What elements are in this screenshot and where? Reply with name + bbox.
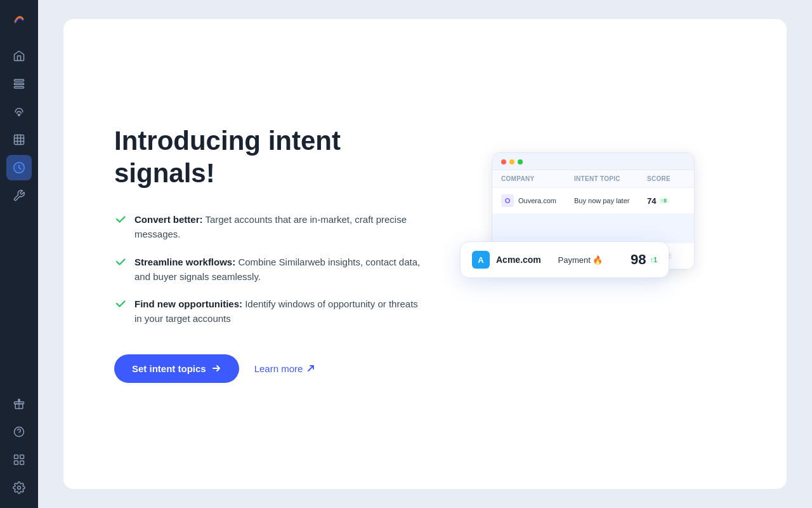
- sidebar-item-tools[interactable]: [6, 183, 32, 208]
- main-heading: Introducing intent signals!: [114, 125, 425, 189]
- col-company: Company: [501, 175, 574, 182]
- dot-red: [501, 159, 506, 164]
- intent-ouvera: Buy now pay later: [574, 197, 647, 204]
- svg-point-12: [15, 427, 24, 437]
- sidebar: [0, 0, 38, 508]
- acme-score: 98 ↑1: [613, 251, 657, 268]
- svg-rect-1: [15, 79, 24, 81]
- content-left: Introducing intent signals! Convert bett…: [114, 125, 425, 382]
- intro-card: Introducing intent signals! Convert bett…: [63, 19, 787, 489]
- svg-rect-17: [20, 461, 24, 465]
- browser-chrome: [492, 153, 694, 170]
- sidebar-item-signals[interactable]: [6, 99, 32, 124]
- acme-badge: ↑1: [650, 256, 657, 264]
- company-cell-ouvera: O Ouvera.com: [501, 194, 574, 207]
- actions-row: Set intent topics Learn more: [114, 354, 425, 383]
- sidebar-item-intent[interactable]: [6, 155, 32, 180]
- dot-green: [518, 159, 523, 164]
- score-ouvera: 74 ↑8: [647, 196, 685, 206]
- svg-rect-5: [15, 135, 24, 145]
- feature-text-2: Streamline workflows: Combine Similarweb…: [134, 255, 425, 284]
- sidebar-item-home[interactable]: [6, 43, 32, 69]
- acme-topic-text: Payment 🔥: [558, 255, 603, 265]
- badge-ouvera: ↑8: [658, 197, 669, 204]
- svg-rect-2: [15, 83, 24, 85]
- sidebar-item-settings[interactable]: [6, 475, 32, 500]
- learn-more-button[interactable]: Learn more: [254, 363, 316, 374]
- col-intent: Intent Topic: [574, 175, 647, 182]
- sidebar-item-table[interactable]: [6, 127, 32, 152]
- acme-logo: A: [472, 251, 490, 269]
- col-score: Score: [647, 175, 685, 182]
- svg-point-18: [18, 486, 21, 490]
- feature-text-3: Find new opportunities: Identify windows…: [134, 297, 425, 326]
- acme-score-num: 98: [631, 251, 646, 268]
- set-intent-topics-button[interactable]: Set intent topics: [114, 354, 239, 383]
- feature-item-3: Find new opportunities: Identify windows…: [114, 297, 425, 326]
- acme-topic: Payment 🔥: [548, 255, 613, 265]
- company-name-ouvera: Ouvera.com: [518, 197, 556, 204]
- svg-rect-15: [20, 455, 24, 459]
- svg-rect-3: [15, 86, 24, 88]
- table-row-acme-spacer: [492, 214, 694, 243]
- feature-item-1: Convert better: Target accounts that are…: [114, 212, 425, 242]
- sidebar-item-gift[interactable]: [6, 391, 32, 417]
- illustration: Company Intent Topic Score O Ouvera.com …: [466, 152, 695, 356]
- table-header: Company Intent Topic Score: [492, 170, 694, 188]
- acme-highlight-card: A Acme.com Payment 🔥 98 ↑1: [460, 241, 669, 278]
- sidebar-item-lists[interactable]: [6, 71, 32, 97]
- main-content: Introducing intent signals! Convert bett…: [38, 0, 812, 508]
- features-list: Convert better: Target accounts that are…: [114, 212, 425, 326]
- logo-ouvera: O: [501, 194, 514, 207]
- feature-text-1: Convert better: Target accounts that are…: [134, 212, 425, 242]
- svg-rect-14: [15, 455, 18, 459]
- svg-point-13: [19, 434, 20, 435]
- svg-point-4: [18, 114, 20, 116]
- svg-rect-16: [15, 461, 18, 465]
- table-row-ouvera: O Ouvera.com Buy now pay later 74 ↑8: [492, 188, 694, 214]
- acme-company: A Acme.com: [472, 251, 548, 269]
- content-right: Company Intent Topic Score O Ouvera.com …: [425, 133, 736, 375]
- dot-yellow: [509, 159, 514, 164]
- feature-item-2: Streamline workflows: Combine Similarweb…: [114, 255, 425, 284]
- logo: [8, 8, 30, 30]
- acme-name: Acme.com: [496, 255, 541, 265]
- sidebar-item-help[interactable]: [6, 419, 32, 444]
- sidebar-item-grid[interactable]: [6, 447, 32, 472]
